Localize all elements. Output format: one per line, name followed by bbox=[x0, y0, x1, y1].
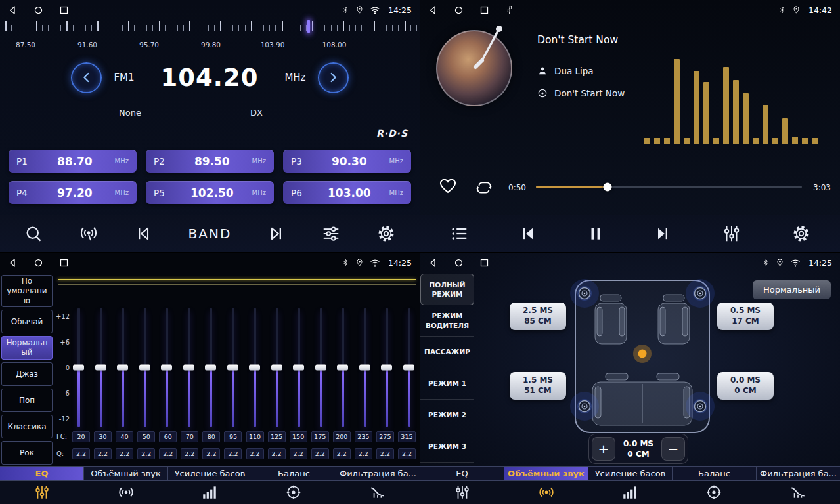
decrease-button[interactable]: − bbox=[661, 437, 685, 461]
channel-faders-icon[interactable] bbox=[722, 224, 741, 243]
eq-band-slider[interactable] bbox=[403, 308, 416, 427]
slider-handle[interactable] bbox=[271, 365, 282, 371]
recents-square-icon[interactable] bbox=[59, 258, 69, 268]
eq-faders-icon[interactable] bbox=[420, 484, 504, 501]
slider-handle[interactable] bbox=[183, 365, 194, 371]
radio-preset-button[interactable]: P6 103.00 MHz bbox=[283, 181, 411, 204]
tab-crossover-filter[interactable]: Фильтрация ба... bbox=[757, 467, 840, 480]
tab-eq[interactable]: EQ bbox=[420, 467, 504, 480]
listening-mode-item[interactable]: РЕЖИМ 2 bbox=[420, 400, 474, 431]
eq-band-slider[interactable] bbox=[336, 308, 349, 427]
next-track-icon[interactable] bbox=[267, 224, 286, 243]
eq-band-slider[interactable] bbox=[248, 308, 261, 427]
eq-band-slider[interactable] bbox=[380, 308, 393, 427]
eq-band-slider[interactable] bbox=[292, 308, 305, 427]
playlist-icon[interactable] bbox=[449, 224, 469, 243]
slider-handle[interactable] bbox=[161, 365, 172, 371]
back-icon[interactable] bbox=[8, 5, 18, 15]
listening-mode-item[interactable]: РЕЖИМ 1 bbox=[420, 368, 474, 400]
slider-handle[interactable] bbox=[337, 365, 348, 371]
slider-handle[interactable] bbox=[249, 365, 260, 371]
home-circle-icon[interactable] bbox=[33, 5, 43, 15]
eq-band-slider[interactable] bbox=[204, 308, 217, 427]
tune-faders-icon[interactable] bbox=[321, 224, 341, 243]
eq-faders-icon[interactable] bbox=[0, 484, 84, 501]
radio-preset-button[interactable]: P3 90.30 MHz bbox=[283, 150, 411, 173]
slider-handle[interactable] bbox=[227, 365, 238, 371]
delay-front-right[interactable]: 0.5 MS 17 CM bbox=[717, 303, 774, 330]
listening-mode-item[interactable]: ПОЛНЫЙ РЕЖИМ bbox=[420, 274, 474, 305]
slider-handle[interactable] bbox=[139, 365, 150, 371]
home-circle-icon[interactable] bbox=[33, 258, 43, 268]
tab-bass-boost[interactable]: Усиление басов bbox=[588, 467, 673, 480]
slider-handle[interactable] bbox=[293, 365, 304, 371]
listening-mode-item[interactable]: ПАССАЖИР bbox=[420, 337, 474, 368]
recents-square-icon[interactable] bbox=[59, 5, 69, 15]
slider-handle[interactable] bbox=[359, 365, 370, 371]
back-icon[interactable] bbox=[428, 5, 438, 15]
tab-surround-sound[interactable]: Объёмный звук bbox=[504, 467, 588, 480]
settings-gear-icon[interactable] bbox=[376, 224, 396, 243]
radio-preset-button[interactable]: P4 97.20 MHz bbox=[9, 181, 137, 204]
eq-preset-item[interactable]: Поп bbox=[1, 388, 53, 412]
tab-balance[interactable]: Баланс bbox=[252, 467, 336, 480]
tab-surround-sound[interactable]: Объёмный звук bbox=[84, 467, 168, 480]
home-circle-icon[interactable] bbox=[454, 258, 464, 268]
repeat-icon[interactable] bbox=[474, 180, 494, 198]
crossover-filter-icon[interactable] bbox=[336, 484, 420, 501]
slider-handle[interactable] bbox=[117, 365, 128, 371]
broadcast-icon[interactable] bbox=[79, 224, 99, 243]
listening-mode-item[interactable]: РЕЖИМ ВОДИТЕЛЯ bbox=[420, 305, 474, 337]
recents-square-icon[interactable] bbox=[479, 5, 489, 15]
eq-preset-item[interactable]: Классика bbox=[1, 415, 53, 438]
slider-handle[interactable] bbox=[73, 365, 84, 371]
delay-front-left[interactable]: 2.5 MS 85 CM bbox=[510, 303, 566, 330]
settings-gear-icon[interactable] bbox=[791, 224, 811, 243]
slider-handle[interactable] bbox=[315, 365, 326, 371]
bass-boost-icon[interactable] bbox=[168, 484, 252, 501]
eq-band-slider[interactable] bbox=[315, 308, 328, 427]
next-track-icon[interactable] bbox=[653, 224, 672, 243]
eq-preset-item[interactable]: Обычай bbox=[1, 310, 53, 333]
eq-band-slider[interactable] bbox=[271, 308, 284, 427]
listening-mode-item[interactable]: РЕЖИМ 3 bbox=[420, 431, 474, 463]
eq-preset-item[interactable]: Нормальный bbox=[1, 336, 53, 360]
eq-band-slider[interactable] bbox=[227, 308, 240, 427]
recents-square-icon[interactable] bbox=[479, 258, 489, 268]
crossover-filter-icon[interactable] bbox=[756, 484, 840, 501]
band-button[interactable]: BAND bbox=[188, 226, 232, 242]
tune-down-button[interactable] bbox=[71, 62, 102, 93]
progress-slider[interactable] bbox=[536, 186, 802, 188]
slider-handle[interactable] bbox=[95, 365, 106, 371]
surround-sound-icon[interactable] bbox=[84, 484, 168, 501]
eq-preset-item[interactable]: Рок bbox=[1, 441, 53, 465]
back-icon[interactable] bbox=[8, 258, 18, 268]
slider-handle[interactable] bbox=[381, 365, 392, 371]
balance-target-icon[interactable] bbox=[672, 484, 756, 501]
increase-button[interactable]: + bbox=[592, 437, 615, 461]
surround-sound-icon[interactable] bbox=[504, 484, 588, 501]
tune-up-button[interactable] bbox=[318, 62, 349, 93]
progress-thumb[interactable] bbox=[604, 183, 612, 192]
previous-track-icon[interactable] bbox=[519, 224, 537, 243]
eq-band-slider[interactable] bbox=[183, 308, 196, 427]
frequency-scale[interactable]: 87.5091.6095.7099.80103.90108.00 bbox=[0, 20, 420, 52]
delay-rear-right[interactable]: 0.0 MS 0 CM bbox=[717, 372, 774, 400]
pause-icon[interactable] bbox=[587, 225, 604, 242]
tab-bass-boost[interactable]: Усиление басов bbox=[168, 467, 252, 480]
radio-preset-button[interactable]: P2 89.50 MHz bbox=[146, 150, 274, 173]
radio-preset-button[interactable]: P5 102.50 MHz bbox=[146, 181, 274, 204]
slider-handle[interactable] bbox=[205, 365, 216, 371]
tab-eq[interactable]: EQ bbox=[0, 467, 84, 480]
eq-band-slider[interactable] bbox=[116, 308, 129, 427]
sound-preset-badge[interactable]: Нормальный bbox=[753, 280, 831, 299]
tab-balance[interactable]: Баланс bbox=[673, 467, 757, 480]
eq-band-slider[interactable] bbox=[139, 308, 152, 427]
previous-track-icon[interactable] bbox=[134, 224, 152, 243]
eq-band-slider[interactable] bbox=[359, 308, 372, 427]
eq-preset-item[interactable]: По умолчанию bbox=[1, 275, 53, 307]
bass-boost-icon[interactable] bbox=[588, 484, 673, 501]
tab-crossover-filter[interactable]: Фильтрация ба... bbox=[336, 467, 420, 480]
eq-band-slider[interactable] bbox=[95, 308, 108, 427]
slider-handle[interactable] bbox=[403, 365, 414, 371]
